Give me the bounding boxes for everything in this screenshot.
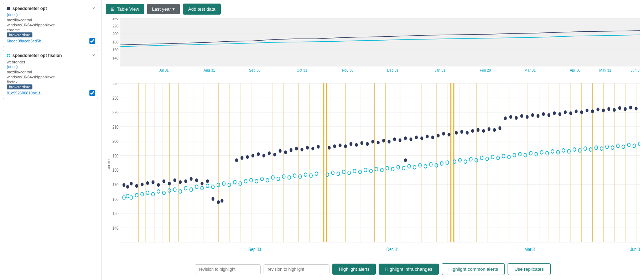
highlight-infra-button[interactable]: Highlight infra changes — [379, 264, 438, 275]
highlight-alerts-button[interactable]: Highlight alerts — [332, 264, 376, 275]
svg-text:Feb 29: Feb 29 — [480, 68, 491, 72]
sidebar: speedometer opt (docs) mozilla-central w… — [0, 0, 102, 280]
table-view-button[interactable]: ⊞ Table View — [106, 4, 144, 14]
series-checkbox-2[interactable] — [89, 90, 95, 96]
svg-point-171 — [504, 116, 507, 120]
highlight-common-label: Highlight common alerts — [448, 266, 498, 272]
svg-rect-26 — [120, 83, 640, 244]
svg-point-156 — [426, 135, 429, 138]
svg-point-138 — [328, 146, 331, 149]
svg-text:Jun 30: Jun 30 — [631, 68, 640, 72]
svg-point-120 — [217, 200, 220, 204]
svg-point-114 — [184, 179, 187, 183]
series-hash-1[interactable]: 6beee08acab6cd5b... — [7, 39, 87, 43]
svg-text:score: score — [107, 159, 111, 171]
charts-area: 240 220 200 180 160 140 Jul 31 Aug 31 Se… — [106, 18, 640, 260]
svg-text:240: 240 — [113, 18, 119, 20]
bottom-chart: 240 230 220 210 200 190 180 170 160 150 … — [106, 83, 640, 260]
last-year-label: Last year — [152, 6, 171, 12]
svg-point-163 — [460, 130, 463, 134]
svg-point-186 — [586, 109, 588, 112]
svg-point-148 — [382, 139, 385, 142]
svg-point-115 — [190, 177, 193, 181]
bottom-chart-svg: 240 230 220 210 200 190 180 170 160 150 … — [106, 83, 640, 260]
svg-text:Mar 31: Mar 31 — [525, 246, 537, 252]
svg-point-170 — [498, 126, 501, 130]
svg-text:220: 220 — [113, 110, 119, 115]
svg-point-162 — [455, 131, 458, 134]
series-name-1: speedometer opt — [12, 6, 47, 11]
svg-point-154 — [415, 135, 418, 139]
svg-point-139 — [333, 144, 336, 148]
close-series-2-button[interactable]: × — [92, 52, 95, 58]
revision2-input[interactable] — [264, 264, 329, 274]
svg-point-144 — [360, 141, 363, 145]
svg-point-110 — [162, 179, 165, 183]
svg-point-132 — [290, 148, 292, 152]
svg-point-137 — [317, 145, 320, 149]
svg-point-142 — [349, 142, 352, 146]
highlight-common-button[interactable]: Highlight common alerts — [442, 263, 505, 275]
svg-point-136 — [311, 147, 314, 150]
series-badge-1: browsertime — [7, 32, 32, 37]
svg-point-182 — [564, 110, 567, 114]
series-hash-2[interactable]: 81c952680810bc1f... — [7, 91, 87, 95]
series-docs-1[interactable]: (docs) — [7, 12, 87, 17]
svg-point-166 — [477, 128, 479, 132]
svg-point-191 — [613, 108, 616, 112]
svg-point-111 — [168, 182, 171, 185]
svg-point-131 — [284, 150, 287, 154]
svg-point-152 — [404, 136, 407, 140]
svg-point-188 — [597, 108, 599, 111]
highlight-alerts-label: Highlight alerts — [339, 266, 369, 272]
svg-text:Apr 30: Apr 30 — [570, 68, 580, 72]
svg-text:190: 190 — [113, 153, 119, 158]
revision1-input[interactable] — [195, 264, 261, 274]
svg-point-159 — [437, 134, 440, 137]
svg-point-194 — [629, 106, 632, 109]
series-card-2: speedometer opt fission webrender (docs)… — [3, 50, 98, 99]
svg-point-180 — [553, 111, 556, 115]
svg-point-178 — [542, 112, 545, 116]
svg-point-128 — [268, 151, 271, 155]
svg-point-118 — [206, 179, 209, 183]
series-repo-1: mozilla-central — [7, 18, 32, 22]
svg-point-150 — [393, 138, 396, 141]
series-checkbox-1[interactable] — [89, 38, 95, 44]
svg-point-116 — [195, 178, 198, 182]
svg-point-167 — [482, 129, 485, 133]
svg-point-169 — [493, 128, 496, 132]
svg-point-113 — [179, 180, 182, 184]
svg-point-123 — [240, 156, 243, 160]
add-test-data-label: Add test data — [188, 6, 215, 12]
svg-point-147 — [377, 141, 380, 144]
series-docs-2[interactable]: (docs) — [7, 64, 87, 69]
svg-text:Aug 31: Aug 31 — [203, 68, 215, 72]
caret-icon: ▾ — [172, 6, 175, 12]
svg-point-125 — [251, 154, 254, 157]
last-year-button[interactable]: Last year ▾ — [147, 4, 180, 14]
svg-text:150: 150 — [113, 211, 119, 216]
svg-point-158 — [404, 159, 407, 162]
svg-text:210: 210 — [113, 124, 119, 129]
svg-point-130 — [279, 149, 281, 152]
svg-point-168 — [488, 127, 490, 131]
svg-point-151 — [399, 138, 401, 142]
table-icon: ⊞ — [111, 6, 115, 12]
svg-point-185 — [580, 110, 583, 114]
series-browser-1: chrome — [7, 28, 20, 32]
use-replicates-button[interactable]: Use replicates — [508, 263, 550, 275]
svg-point-134 — [301, 147, 303, 151]
close-series-1-button[interactable]: × — [92, 5, 95, 11]
svg-text:Nov 30: Nov 30 — [342, 68, 354, 72]
svg-point-164 — [466, 131, 469, 134]
svg-point-133 — [295, 147, 298, 150]
series-title-1: speedometer opt — [7, 6, 87, 11]
svg-point-181 — [559, 112, 561, 116]
svg-point-179 — [547, 113, 550, 117]
series-repo-2: mozilla-central — [7, 70, 32, 74]
svg-point-177 — [536, 114, 539, 118]
svg-point-107 — [146, 181, 149, 185]
add-test-data-button[interactable]: Add test data — [183, 4, 221, 15]
svg-point-106 — [141, 183, 144, 186]
